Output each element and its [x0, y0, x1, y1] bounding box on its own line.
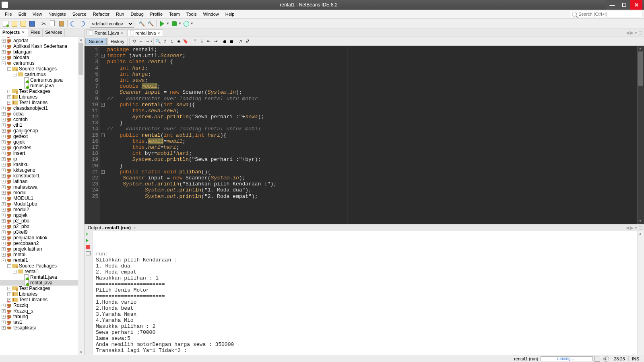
insert-mode[interactable]: INS: [628, 356, 642, 361]
find-selection-icon[interactable]: 🔍: [155, 38, 161, 45]
toggle-icon[interactable]: -: [13, 270, 17, 274]
output-nav[interactable]: ◀ ▶ ▾ ▢: [624, 225, 644, 230]
toggle-icon[interactable]: +: [7, 287, 11, 290]
tree-node[interactable]: -Source Packages: [0, 263, 84, 269]
toggle-icon[interactable]: +: [2, 202, 6, 206]
tree-node[interactable]: +modul: [0, 190, 84, 195]
toggle-highlight-icon[interactable]: ◈: [175, 38, 182, 45]
tree-node[interactable]: +Test Libraries: [0, 100, 84, 105]
tree-node[interactable]: +Test Packages: [0, 88, 84, 94]
forward-icon[interactable]: →: [144, 38, 151, 45]
fold-gutter[interactable]: ----: [100, 46, 105, 224]
toggle-icon[interactable]: +: [2, 185, 6, 189]
prev-bookmark-icon[interactable]: ⇡: [192, 38, 198, 45]
tree-node[interactable]: +p2_pbo: [0, 224, 84, 229]
editor-tab[interactable]: Rental1.java ×: [86, 29, 126, 36]
tree-node[interactable]: +insert: [0, 150, 84, 156]
stop-icon[interactable]: [86, 245, 91, 251]
tree-node[interactable]: +gojektes: [0, 145, 84, 150]
debug-button[interactable]: [170, 20, 178, 28]
toggle-icon[interactable]: -: [2, 259, 6, 262]
tree-node[interactable]: +kasirku: [0, 162, 84, 167]
vertical-scrollbar[interactable]: [78, 37, 84, 355]
minimize-button[interactable]: —: [606, 0, 618, 10]
toggle-icon[interactable]: +: [7, 90, 11, 93]
back-icon[interactable]: ←: [138, 38, 144, 45]
toggle-icon[interactable]: +: [2, 129, 6, 133]
cut-button[interactable]: ✂: [40, 20, 48, 28]
scrollbar-thumb[interactable]: [78, 43, 83, 75]
toggle-icon[interactable]: +: [2, 304, 6, 307]
tab-files[interactable]: Files: [28, 29, 43, 37]
tree-node[interactable]: Rental1.java: [0, 274, 84, 280]
copy-button[interactable]: [49, 20, 57, 28]
menu-navigate[interactable]: Navigate: [45, 11, 69, 17]
toggle-icon[interactable]: +: [2, 112, 6, 116]
tree-node[interactable]: +mahasiswa: [0, 184, 84, 190]
open-project-button[interactable]: [19, 20, 27, 28]
tab-services[interactable]: Services: [43, 29, 65, 37]
minimize-panel-icon[interactable]: —: [76, 29, 84, 37]
tree-node[interactable]: +projek latihan: [0, 246, 84, 252]
tree-node[interactable]: +coba: [0, 111, 84, 117]
toggle-icon[interactable]: +: [2, 50, 6, 54]
tree-node[interactable]: +MODUL1: [0, 195, 84, 201]
close-button[interactable]: ✕: [630, 0, 642, 10]
toggle-icon[interactable]: +: [2, 152, 6, 155]
tree-node[interactable]: +percobaan2: [0, 241, 84, 246]
toggle-icon[interactable]: +: [2, 135, 6, 138]
tree-node[interactable]: +biodata: [0, 55, 84, 60]
menu-refactor[interactable]: Refactor: [90, 11, 113, 17]
toggle-icon[interactable]: +: [2, 146, 6, 150]
menu-team[interactable]: Team: [166, 11, 183, 17]
tree-node[interactable]: +ip: [0, 156, 84, 162]
progress-bar[interactable]: running...: [541, 356, 593, 361]
menu-tools[interactable]: Tools: [183, 11, 200, 17]
tree-node[interactable]: +Aplikasi Kasir Sederhana: [0, 43, 84, 49]
source-view-button[interactable]: Source: [85, 38, 107, 45]
toggle-icon[interactable]: +: [2, 174, 6, 178]
tree-node[interactable]: +Libraries: [0, 291, 84, 297]
toggle-icon[interactable]: +: [2, 107, 6, 110]
undo-button[interactable]: [69, 20, 77, 28]
toggle-icon[interactable]: +: [2, 191, 6, 195]
tree-node[interactable]: +gojek: [0, 139, 84, 145]
search-input[interactable]: [578, 12, 639, 16]
tree-node[interactable]: +p2_pbo: [0, 218, 84, 224]
start-macro-icon[interactable]: ⏺: [221, 38, 228, 45]
find-next-icon[interactable]: ⤵: [169, 38, 175, 45]
toggle-icon[interactable]: +: [7, 292, 11, 296]
tree-node[interactable]: +p3kel9: [0, 229, 84, 235]
toggle-icon[interactable]: +: [2, 315, 6, 319]
tree-node[interactable]: +Libraries: [0, 94, 84, 100]
menu-run[interactable]: Run: [113, 11, 127, 17]
tree-node[interactable]: +tes1: [0, 319, 84, 325]
quick-search[interactable]: [570, 11, 642, 17]
close-tab-icon[interactable]: ×: [157, 31, 160, 35]
output-text[interactable]: run:Silahkan pilih Kendaraan :1. Roda du…: [93, 231, 644, 355]
redo-button[interactable]: [78, 20, 86, 28]
tree-node[interactable]: +tabung: [0, 314, 84, 319]
tree-node[interactable]: +Rozziq_s: [0, 308, 84, 314]
editor-tab[interactable]: rental.java ×: [127, 29, 163, 36]
scrollbar-thumb[interactable]: [638, 51, 643, 86]
paste-button[interactable]: [58, 20, 66, 28]
tree-node[interactable]: +Test Libraries: [0, 297, 84, 302]
tab-nav[interactable]: ◀ ▶ ▾ ▢: [624, 30, 644, 35]
maximize-button[interactable]: ☐: [618, 0, 630, 10]
toggle-icon[interactable]: +: [2, 309, 6, 313]
toggle-icon[interactable]: +: [2, 169, 6, 172]
new-project-button[interactable]: [10, 20, 19, 28]
toggle-icon[interactable]: +: [2, 219, 6, 223]
toggle-icon[interactable]: +: [2, 242, 6, 245]
toggle-icon[interactable]: +: [2, 163, 6, 167]
toggle-icon[interactable]: +: [7, 95, 11, 99]
tree-node[interactable]: +ngojek: [0, 212, 84, 218]
toggle-icon[interactable]: +: [2, 197, 6, 200]
tree-node[interactable]: +tesaplikasi: [0, 325, 84, 331]
toggle-icon[interactable]: +: [2, 180, 6, 183]
toggle-bookmark-icon[interactable]: 🔖: [182, 38, 189, 45]
toggle-icon[interactable]: +: [2, 230, 6, 234]
close-tab-icon[interactable]: ×: [133, 225, 136, 230]
uncomment-icon[interactable]: //̷: [244, 38, 251, 45]
